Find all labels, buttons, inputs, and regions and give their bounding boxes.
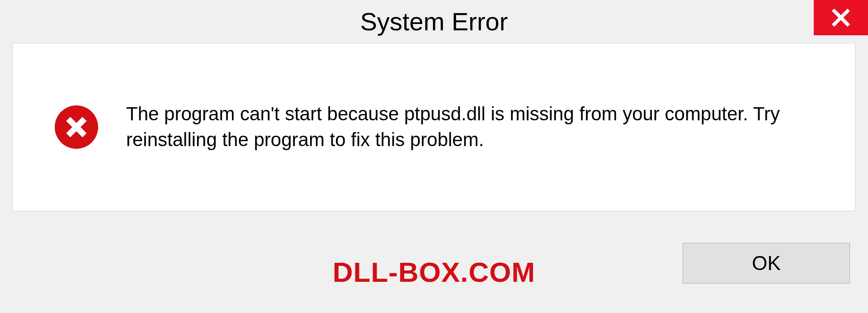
system-error-dialog: System Error The program can't start bec… bbox=[0, 0, 868, 313]
dialog-title: System Error bbox=[360, 7, 508, 36]
error-message: The program can't start because ptpusd.d… bbox=[126, 101, 855, 152]
ok-button[interactable]: OK bbox=[683, 243, 850, 284]
close-button[interactable] bbox=[814, 0, 868, 35]
watermark-text: DLL-BOX.COM bbox=[333, 256, 535, 288]
message-area: The program can't start because ptpusd.d… bbox=[13, 43, 855, 211]
error-circle-icon bbox=[54, 104, 99, 150]
titlebar: System Error bbox=[0, 0, 868, 43]
close-icon bbox=[831, 8, 851, 28]
button-bar: DLL-BOX.COM OK bbox=[0, 223, 868, 313]
